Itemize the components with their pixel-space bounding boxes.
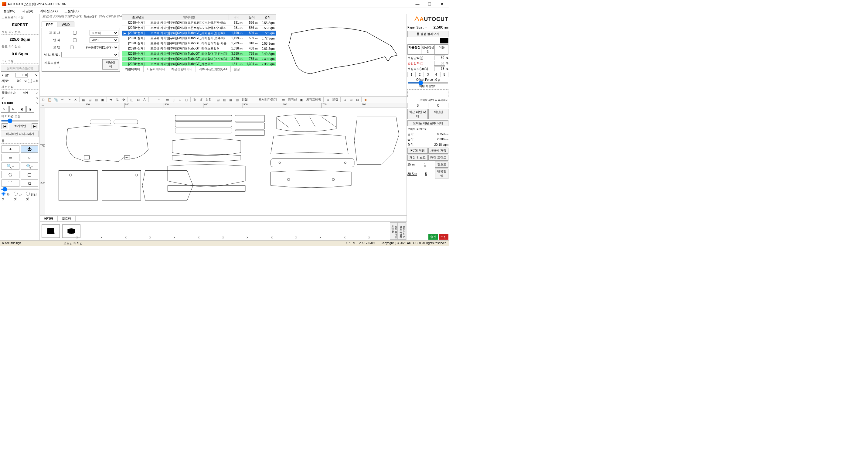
- tool-circle-icon[interactable]: ○: [21, 154, 38, 161]
- tb-copy-icon[interactable]: ⿻: [40, 97, 46, 102]
- table-row[interactable]: [2020~현재]포르쉐 카이엔[쿠페](3세대) TurboGT_리어스포일러…: [122, 46, 276, 51]
- sub-select[interactable]: [61, 52, 118, 57]
- menu-settings[interactable]: 설정(W): [2, 8, 17, 14]
- tb-round-icon[interactable]: ◠: [251, 97, 257, 102]
- right-arrow-icon[interactable]: ▷: [36, 96, 38, 100]
- tb-rot1-icon[interactable]: ↻: [192, 97, 198, 102]
- editor-canvas[interactable]: [45, 108, 406, 215]
- menu-file[interactable]: 파일(X): [21, 8, 35, 14]
- table-row[interactable]: [2020~현재]포르쉐 카이엔[쿠페](3세대) TurboGT_리어범퍼하단…: [122, 41, 276, 46]
- num-5[interactable]: 5: [440, 72, 448, 77]
- search-button[interactable]: 패턴검색: [102, 59, 118, 69]
- width-lock-icon[interactable]: ⇲: [34, 73, 38, 78]
- maker-checkbox[interactable]: [61, 31, 88, 35]
- cutoff-button[interactable]: 컷오프: [435, 161, 448, 168]
- tb-mirror-h-icon[interactable]: ◫: [129, 97, 135, 102]
- maximize-button[interactable]: ☐: [424, 1, 436, 7]
- tb-outline-icon[interactable]: ▭: [280, 97, 286, 102]
- tab-wnd[interactable]: WND: [57, 22, 74, 27]
- model-checkbox[interactable]: [61, 46, 83, 49]
- dropzone[interactable]: [407, 89, 448, 97]
- thumb-2[interactable]: [62, 225, 81, 238]
- tb-al2-icon[interactable]: ▥: [221, 97, 227, 102]
- btab-basic[interactable]: 기본데이터: [122, 66, 144, 72]
- tb-flip-v-icon[interactable]: ⇅: [114, 97, 120, 102]
- tool-plus-icon[interactable]: +: [2, 146, 20, 153]
- year-select[interactable]: 2023: [90, 37, 118, 43]
- half-press-input[interactable]: [434, 61, 445, 66]
- view-prev-button[interactable]: |◀: [2, 123, 8, 129]
- maker-select[interactable]: 포르쉐: [90, 30, 118, 35]
- btab-review[interactable]: 리뷰·수정요청및Q&A: [196, 66, 231, 72]
- tool-zoomin-icon[interactable]: 🔍+: [2, 162, 20, 170]
- delete-all-button[interactable]: 모아둔 패턴 전부 삭제: [407, 120, 448, 126]
- table-row[interactable]: [2020~현재]포르쉐 카이엔[쿠페](3세대) 프론트윙다가니쉬(운전석/스…: [122, 20, 276, 26]
- rtab-dot[interactable]: 점선컷설정: [421, 44, 435, 55]
- col-name[interactable]: 데이터명: [149, 14, 229, 20]
- tb-grid1-icon[interactable]: ▦: [81, 97, 87, 102]
- rtab-basic[interactable]: 기본설정: [407, 44, 421, 55]
- redraw-button[interactable]: 배치화면 다시그리기: [1, 130, 39, 137]
- btab-recent[interactable]: 최근컷팅데이터: [168, 66, 196, 72]
- tb-dash-icon[interactable]: ┄: [156, 97, 162, 102]
- tb-al4-icon[interactable]: ▧: [234, 97, 240, 102]
- col-year[interactable]: 출고년도: [127, 14, 149, 20]
- canvas-tab-plotter[interactable]: 플로터: [58, 216, 75, 221]
- tb-x2-icon[interactable]: ⊞: [348, 97, 354, 102]
- tb-outframe-icon[interactable]: ▣: [299, 97, 305, 102]
- tool-slider[interactable]: [1, 188, 39, 190]
- tool-pick-a[interactable]: ✎⁺: [1, 106, 9, 113]
- tb-al3-icon[interactable]: ▦: [228, 97, 234, 102]
- cut-speed-spin-icon[interactable]: ⇅: [446, 67, 448, 70]
- pattern-print-button[interactable]: 패턴 프린트: [428, 155, 449, 161]
- tb-x1-icon[interactable]: ⊡: [342, 97, 348, 102]
- tool-zoomout-icon[interactable]: 🔍-: [21, 162, 38, 170]
- table-row[interactable]: [2020~현재]포르쉐 카이엔[쿠페](3세대) TurboGT_리어휠대(운…: [122, 51, 276, 57]
- table-row[interactable]: [2020~현재]포르쉐 카이엔[쿠페](3세대) TurboGT_카본루프1,…: [122, 62, 276, 66]
- radio-dot[interactable]: 점선컷: [26, 191, 38, 201]
- canvas-tab-editor[interactable]: 에디터: [40, 216, 58, 221]
- tb-box3-icon[interactable]: □: [177, 97, 183, 102]
- half-press-spin-icon[interactable]: ⇅: [446, 62, 448, 65]
- keyword-input[interactable]: [61, 62, 101, 67]
- tb-grid4-icon[interactable]: ▣: [100, 97, 106, 102]
- color-swatch[interactable]: [440, 38, 448, 43]
- table-row[interactable]: [2020~현재]포르쉐 카이엔[쿠페](3세대) TurboGT_리어휠대(조…: [122, 57, 276, 62]
- tool-arc-icon[interactable]: ⌒: [2, 179, 20, 187]
- height-input[interactable]: [10, 79, 22, 83]
- table-row[interactable]: [2020~현재]포르쉐 카이엔[쿠페](3세대) 프론트윙다가니쉬(조수석/스…: [122, 26, 276, 31]
- tb-box2-icon[interactable]: ▯: [170, 97, 177, 102]
- cut-press-spin-icon[interactable]: ⇅: [446, 56, 448, 60]
- tb-move-icon[interactable]: ✥: [121, 97, 127, 102]
- tb-al1-icon[interactable]: ▤: [215, 97, 221, 102]
- pattern-list-button[interactable]: 패턴 리스트: [407, 155, 428, 161]
- recent-delete-button[interactable]: 최근 패턴 삭제: [407, 109, 428, 119]
- close-button[interactable]: ✕: [436, 1, 448, 7]
- table-row[interactable]: ▶[2020~현재]포르쉐 카이엔[쿠페](3세대) TurboGT_리어범퍼(…: [122, 31, 276, 36]
- tb-delete-icon[interactable]: ✕: [72, 97, 78, 102]
- rtab-move[interactable]: 이동: [435, 44, 448, 55]
- tb-x3-icon[interactable]: ⊟: [354, 97, 361, 102]
- menu-help[interactable]: 도움말(Z): [63, 8, 80, 14]
- col-area[interactable]: 면적: [259, 14, 276, 20]
- tb-grid2-icon[interactable]: ▤: [87, 97, 93, 102]
- tool-pentagon-icon[interactable]: ⬠: [2, 171, 20, 178]
- btab-settings[interactable]: 설정: [231, 66, 243, 72]
- tb-text-icon[interactable]: A: [142, 97, 148, 102]
- up-arrow-icon[interactable]: △: [36, 91, 38, 94]
- minimize-button[interactable]: —: [411, 1, 424, 7]
- tool-rounded-icon[interactable]: ▢: [21, 171, 38, 178]
- cut-speed-input[interactable]: [434, 66, 445, 71]
- view-slider[interactable]: [1, 120, 39, 121]
- height-lock-icon[interactable]: ⇲: [23, 79, 27, 83]
- col-width[interactable]: 너비: [229, 14, 244, 20]
- recut-button[interactable]: 재단선: [428, 109, 449, 119]
- tool-e-button[interactable]: E: [26, 106, 34, 113]
- model-select[interactable]: 카이엔[쿠페](3세대): [84, 44, 118, 50]
- vtab-1[interactable]: 최소 추가 모드변환: [390, 222, 398, 240]
- col-c[interactable]: C: [428, 103, 449, 108]
- radio-full[interactable]: 완 컷: [2, 191, 12, 201]
- tb-rot2-icon[interactable]: ↺: [198, 97, 204, 102]
- view-next-button[interactable]: ▶|: [32, 123, 38, 129]
- width-input[interactable]: [16, 73, 28, 78]
